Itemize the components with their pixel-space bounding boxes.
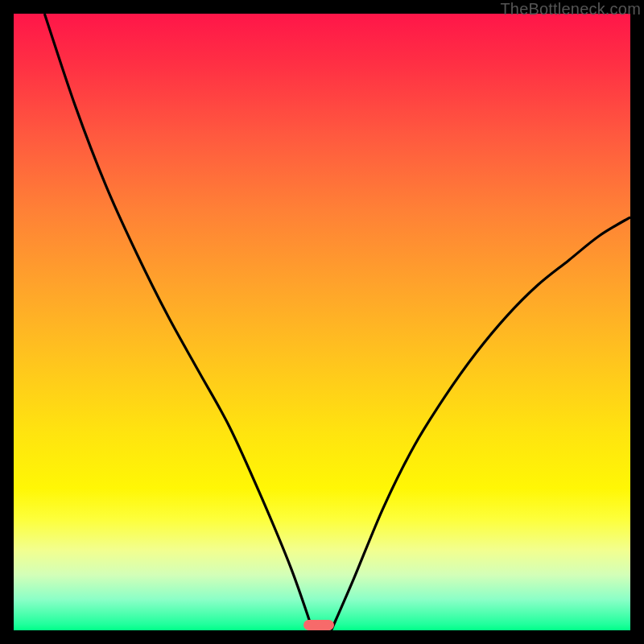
curve-overlay (14, 14, 630, 630)
minimum-marker (303, 620, 334, 630)
right-curve (331, 217, 630, 630)
watermark-text: TheBottleneck.com (500, 0, 641, 19)
chart-frame (14, 14, 630, 630)
left-curve (44, 14, 312, 630)
